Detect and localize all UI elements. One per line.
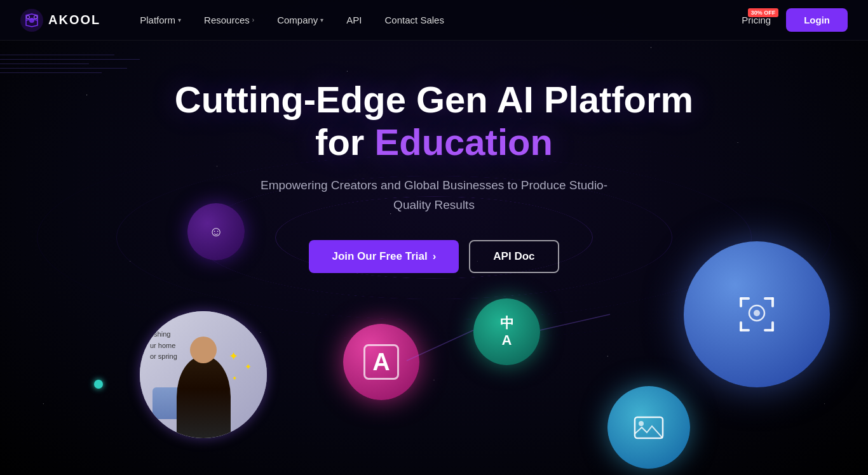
hero-title: Cutting-Edge Gen AI Platform for Educati…	[175, 79, 693, 163]
platform-chevron-icon: ▾	[178, 17, 181, 23]
nav-api[interactable]: API	[337, 10, 370, 30]
avatar-text: eshing ur home or spring	[150, 329, 177, 363]
logo[interactable]: AKOOL	[20, 9, 100, 32]
hero-subtitle: Empowering Creators and Global Businesse…	[250, 176, 618, 215]
sparkle-2-icon: ✦	[245, 362, 252, 371]
image-gen-icon	[633, 413, 665, 442]
pricing-wrapper: 30% OFF Pricing	[736, 15, 776, 26]
resources-chevron-icon: ›	[252, 17, 254, 23]
svg-rect-11	[740, 321, 742, 331]
hero-content: Cutting-Edge Gen AI Platform for Educati…	[0, 41, 868, 273]
nav-resources[interactable]: Resources ›	[195, 10, 263, 30]
nav-platform[interactable]: Platform ▾	[131, 10, 190, 30]
hero-title-accent: Education	[375, 121, 553, 163]
hero-cta: Join Our Free Trial › API Doc	[309, 240, 559, 273]
sparkle-1-icon: ✦	[229, 349, 238, 363]
nav-links: Platform ▾ Resources › Company ▾ API Con…	[131, 10, 736, 30]
avatar-person	[177, 356, 231, 438]
svg-rect-16	[635, 417, 663, 438]
svg-rect-13	[771, 321, 774, 331]
teal-dot	[94, 380, 103, 389]
text-ai-icon: A	[363, 344, 399, 380]
free-trial-button[interactable]: Join Our Free Trial ›	[309, 240, 459, 273]
discount-badge: 30% OFF	[748, 8, 779, 17]
logo-icon	[20, 9, 43, 32]
translation-icon: 中A	[500, 315, 514, 349]
hero-section: AKOOL Platform ▾ Resources › Company ▾ A…	[0, 0, 868, 475]
svg-rect-9	[771, 297, 774, 307]
sparkle-3-icon: ✦	[232, 375, 237, 382]
svg-point-15	[754, 310, 760, 316]
nav-contact-sales[interactable]: Contact Sales	[376, 10, 453, 30]
svg-rect-7	[740, 297, 742, 307]
company-chevron-icon: ▾	[320, 17, 323, 23]
nav-company[interactable]: Company ▾	[268, 10, 332, 30]
avatar-content: eshing ur home or spring	[140, 311, 267, 438]
arrow-icon: ›	[433, 250, 437, 263]
orb-avatar: eshing ur home or spring ✦ ✦ ✦	[140, 311, 267, 438]
api-doc-button[interactable]: API Doc	[469, 240, 559, 273]
avatar-head	[190, 337, 217, 363]
navbar: AKOOL Platform ▾ Resources › Company ▾ A…	[0, 0, 868, 41]
brand-name: AKOOL	[48, 13, 100, 27]
svg-point-3	[29, 18, 34, 23]
nav-right: 30% OFF Pricing Login	[736, 8, 848, 32]
scan-face-icon	[735, 292, 779, 337]
svg-point-17	[639, 421, 644, 426]
orb-teal-translation: 中A	[473, 298, 540, 365]
login-button[interactable]: Login	[786, 8, 848, 32]
orb-bottom-teal	[607, 386, 690, 469]
orb-center-pink: A	[343, 324, 419, 400]
